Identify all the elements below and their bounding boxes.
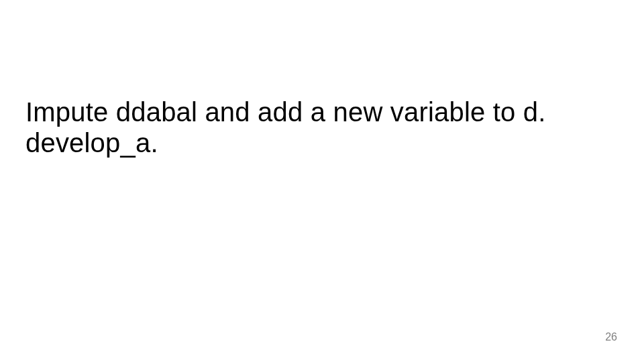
slide-title: Impute ddabal and add a new variable to … [25,97,604,158]
page-number: 26 [605,331,617,343]
slide: Impute ddabal and add a new variable to … [0,0,644,362]
